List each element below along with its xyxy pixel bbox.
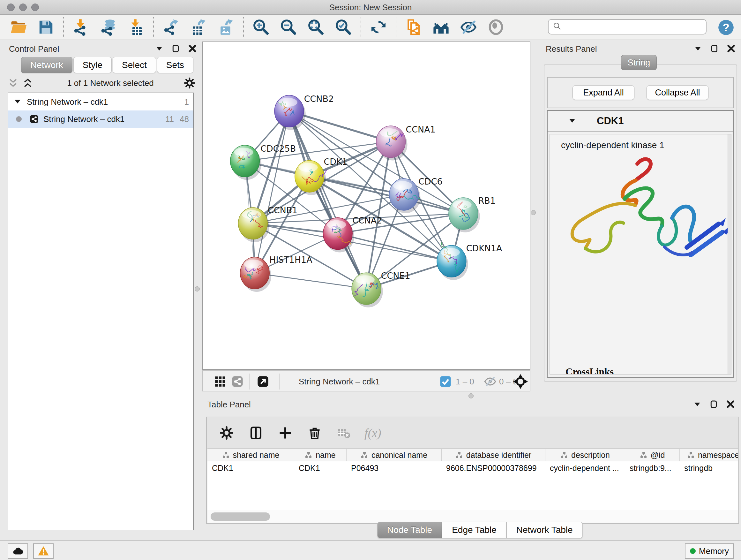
import-table-file-icon[interactable] (127, 18, 145, 36)
table-panel: Table Panel f(x) shared namenamecanonica… (202, 398, 741, 526)
column-header-@id[interactable]: @id (625, 449, 680, 461)
network-node-CCNA2[interactable] (323, 218, 354, 253)
export-image-icon[interactable] (217, 18, 235, 36)
help-button[interactable]: ? (718, 19, 734, 36)
open-session-icon[interactable] (10, 18, 27, 36)
tab-select[interactable]: Select (113, 57, 156, 73)
column-header-name[interactable]: name (294, 449, 347, 461)
string-home-icon[interactable] (432, 18, 450, 36)
column-header-namespace[interactable]: namespace (680, 449, 738, 461)
column-header-canonical-name[interactable]: canonical name (347, 449, 442, 461)
zoom-fit-icon[interactable] (307, 18, 325, 36)
bottom-splitter-handle[interactable] (468, 393, 474, 398)
panel-menu-icon[interactable] (692, 399, 702, 409)
zoom-in-icon[interactable] (252, 18, 270, 36)
network-canvas[interactable]: CCNB2CCNA1CDC25BCDK1CDC6RB1CCNB1CCNA2CDK… (202, 42, 530, 370)
memory-status-icon (690, 548, 696, 554)
network-node-CDK1[interactable] (295, 161, 327, 195)
collapse-all-button[interactable]: Collapse All (647, 85, 709, 100)
column-header-database-identifier[interactable]: database identifier (442, 449, 545, 461)
tab-network-table[interactable]: Network Table (507, 522, 583, 538)
right-splitter-handle[interactable] (531, 210, 536, 215)
panel-float-icon[interactable] (710, 44, 719, 53)
panel-close-icon[interactable] (726, 399, 735, 409)
tab-sets[interactable]: Sets (157, 57, 193, 73)
panel-close-icon[interactable] (726, 44, 736, 53)
add-column-icon[interactable] (276, 424, 294, 442)
birds-eye-crosshair-icon[interactable] (513, 374, 528, 389)
panel-menu-icon[interactable] (693, 44, 703, 53)
network-node-CCNA1[interactable] (376, 126, 408, 161)
clone-document-icon[interactable] (405, 18, 422, 36)
network-row-selected[interactable]: String Network – cdk1 11 48 (8, 111, 193, 128)
detach-view-icon[interactable] (257, 375, 269, 388)
node-label-RB1: RB1 (478, 196, 495, 206)
table-cell[interactable]: 9606.ENSP00000378699 (442, 461, 545, 476)
import-network-file-icon[interactable] (72, 18, 90, 36)
left-splitter-handle[interactable] (195, 287, 200, 292)
zoom-selected-icon[interactable] (334, 18, 352, 36)
column-header-shared-name[interactable]: shared name (207, 449, 294, 461)
collection-disclosure-icon[interactable] (13, 97, 22, 107)
toggle-preview-icon[interactable] (487, 18, 505, 36)
memory-button[interactable]: Memory (685, 543, 734, 559)
network-node-HIST1H1A[interactable] (240, 257, 272, 292)
selected-checkbox-icon[interactable] (439, 375, 452, 388)
tab-node-table[interactable]: Node Table (377, 522, 442, 538)
table-cell[interactable]: CDK1 (294, 461, 347, 476)
table-settings-gear-icon[interactable] (218, 424, 235, 442)
export-network-icon[interactable] (162, 18, 180, 36)
table-cell[interactable]: stringdb:9... (625, 461, 680, 476)
search-box[interactable] (548, 19, 706, 35)
table-cell[interactable]: CDK1 (207, 461, 294, 476)
show-columns-icon[interactable] (247, 424, 265, 442)
node-table[interactable]: shared namenamecanonical namedatabase id… (207, 449, 738, 510)
network-node-CCNE1[interactable] (352, 273, 383, 307)
panel-menu-icon[interactable] (154, 44, 164, 53)
table-cell[interactable]: cyclin-dependent ... (545, 461, 625, 476)
grid-view-icon[interactable] (214, 375, 226, 388)
collapse-all-icon[interactable] (8, 78, 18, 88)
table-row[interactable]: CDK1CDK1P064939606.ENSP00000378699cyclin… (207, 461, 738, 476)
toggle-glasses-icon[interactable] (460, 18, 477, 36)
table-horizontal-scrollbar[interactable] (207, 510, 738, 523)
results-scrollbar[interactable] (728, 134, 731, 374)
tab-network[interactable]: Network (21, 57, 72, 73)
network-selection-status: 1 of 1 Network selected (37, 78, 184, 88)
panel-float-icon[interactable] (171, 44, 181, 53)
tab-style[interactable]: Style (73, 57, 112, 73)
gene-section-header[interactable]: CDK1 (548, 111, 733, 132)
network-node-count: 11 (165, 114, 174, 124)
panel-float-icon[interactable] (709, 399, 719, 409)
delete-column-trash-icon[interactable] (306, 424, 324, 442)
section-disclosure-icon[interactable] (567, 116, 577, 126)
scrollbar-thumb[interactable] (211, 512, 270, 521)
window-titlebar: Session: New Session (0, 0, 741, 15)
expand-all-button[interactable]: Expand All (572, 85, 634, 100)
export-table-icon[interactable] (190, 18, 207, 36)
search-input[interactable] (564, 22, 702, 31)
zoom-out-icon[interactable] (280, 18, 297, 36)
table-cell[interactable]: P06493 (347, 461, 442, 476)
import-network-database-icon[interactable] (99, 18, 118, 36)
toolbar-divider (396, 17, 396, 37)
network-share-view-icon[interactable] (231, 375, 244, 388)
network-edge[interactable] (255, 273, 366, 289)
refresh-view-icon[interactable] (369, 18, 387, 36)
network-collection-row[interactable]: String Network – cdk1 1 (8, 93, 193, 111)
hidden-eye-icon[interactable] (484, 375, 496, 388)
warnings-button[interactable] (33, 543, 54, 559)
network-node-CCNB2[interactable] (274, 95, 306, 130)
delete-table-icon (335, 424, 353, 442)
network-node-CDC25B[interactable] (230, 145, 262, 180)
tab-edge-table[interactable]: Edge Table (442, 522, 507, 538)
save-session-icon[interactable] (37, 18, 55, 36)
expand-all-icon[interactable] (22, 78, 33, 88)
column-header-description[interactable]: description (545, 449, 625, 461)
tab-string[interactable]: String (621, 55, 657, 70)
network-options-gear-icon[interactable] (184, 77, 195, 89)
network-node-RB1[interactable] (449, 198, 480, 233)
panel-close-icon[interactable] (188, 44, 197, 53)
table-cell[interactable]: stringdb (680, 461, 738, 476)
cloud-status-button[interactable] (8, 543, 28, 559)
